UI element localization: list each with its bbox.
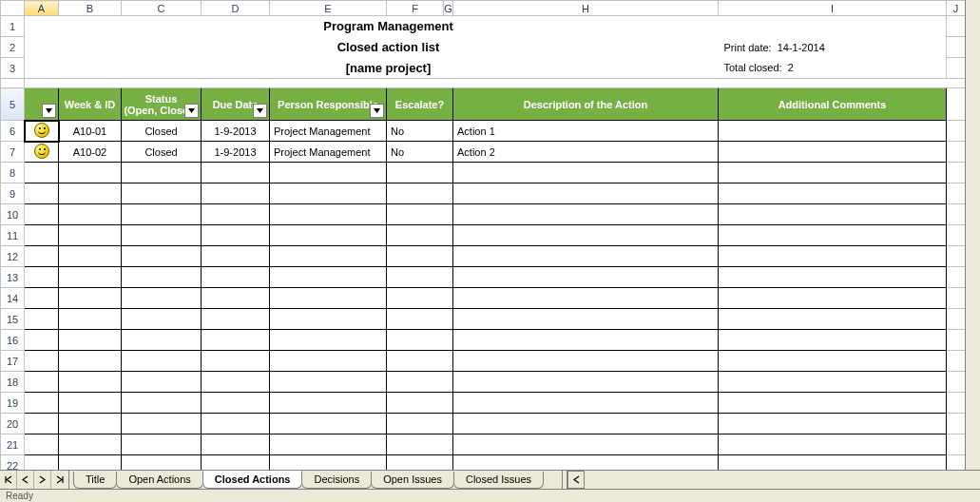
sheet-tab[interactable]: Open Issues bbox=[371, 472, 454, 489]
header-comments[interactable]: Additional Comments bbox=[719, 88, 947, 121]
blank-cell[interactable] bbox=[270, 204, 387, 225]
blank-cell[interactable] bbox=[719, 204, 947, 225]
blank-cell[interactable] bbox=[453, 204, 719, 225]
blank-cell[interactable] bbox=[202, 246, 270, 267]
blank-cell[interactable] bbox=[59, 288, 122, 309]
blank-cell[interactable] bbox=[202, 330, 270, 351]
cell-description[interactable]: Action 1 bbox=[453, 121, 719, 142]
grid[interactable]: A B C D E F G H I J 1 Program Management… bbox=[0, 0, 966, 476]
blank-cell[interactable] bbox=[387, 414, 453, 434]
blank-cell[interactable] bbox=[387, 246, 453, 267]
blank-cell[interactable] bbox=[719, 183, 947, 204]
blank-cell[interactable] bbox=[453, 267, 719, 288]
blank-cell[interactable] bbox=[25, 225, 59, 246]
blank-cell[interactable] bbox=[25, 351, 59, 372]
sheet-tab[interactable]: Decisions bbox=[301, 472, 372, 489]
blank-cell[interactable] bbox=[25, 434, 59, 455]
cell-description[interactable]: Action 2 bbox=[453, 142, 719, 163]
row-head-6[interactable]: 6 bbox=[1, 121, 25, 142]
blank-cell[interactable] bbox=[719, 246, 947, 267]
blank-cell[interactable] bbox=[453, 330, 719, 351]
header-due-date[interactable]: Due Date bbox=[202, 88, 270, 121]
col-head-H[interactable]: H bbox=[453, 1, 719, 16]
status-icon-cell[interactable] bbox=[25, 121, 59, 142]
blank-cell[interactable] bbox=[25, 183, 59, 204]
row-head-2[interactable]: 2 bbox=[1, 37, 25, 58]
cell-escalate[interactable]: No bbox=[387, 142, 453, 163]
blank-cell[interactable] bbox=[25, 163, 59, 183]
row-head-20[interactable]: 20 bbox=[1, 414, 25, 434]
blank-cell[interactable] bbox=[270, 309, 387, 330]
col-head-A[interactable]: A bbox=[25, 1, 59, 16]
blank-cell[interactable] bbox=[719, 267, 947, 288]
blank-cell[interactable] bbox=[59, 351, 122, 372]
blank-cell[interactable] bbox=[719, 288, 947, 309]
blank-cell[interactable] bbox=[453, 309, 719, 330]
blank-cell[interactable] bbox=[25, 414, 59, 434]
blank-cell[interactable] bbox=[453, 163, 719, 183]
blank-cell[interactable] bbox=[122, 204, 202, 225]
blank-cell[interactable] bbox=[270, 372, 387, 393]
blank-cell[interactable] bbox=[719, 163, 947, 183]
blank-cell[interactable] bbox=[59, 246, 122, 267]
col-head-E[interactable]: E bbox=[270, 1, 387, 16]
header-week-id[interactable]: Week & ID bbox=[59, 88, 122, 121]
blank-cell[interactable] bbox=[387, 393, 453, 414]
blank-cell[interactable] bbox=[59, 330, 122, 351]
blank-cell[interactable] bbox=[270, 267, 387, 288]
blank-cell[interactable] bbox=[25, 288, 59, 309]
blank-cell[interactable] bbox=[270, 414, 387, 434]
filter-button-due-date[interactable] bbox=[253, 104, 267, 118]
vertical-scrollbar[interactable] bbox=[965, 0, 980, 470]
blank-cell[interactable] bbox=[387, 351, 453, 372]
header-person[interactable]: Person Responsible bbox=[270, 88, 387, 121]
blank-cell[interactable] bbox=[270, 330, 387, 351]
tab-nav-prev[interactable] bbox=[17, 471, 34, 489]
blank-cell[interactable] bbox=[387, 372, 453, 393]
sheet-tab[interactable]: Open Actions bbox=[116, 472, 202, 489]
filter-button-icon-col[interactable] bbox=[42, 104, 56, 118]
blank-cell[interactable] bbox=[270, 393, 387, 414]
blank-cell[interactable] bbox=[453, 288, 719, 309]
blank-cell[interactable] bbox=[202, 267, 270, 288]
cell-person[interactable]: Project Management bbox=[270, 121, 387, 142]
col-head-D[interactable]: D bbox=[202, 1, 270, 16]
blank-cell[interactable] bbox=[202, 163, 270, 183]
blank-cell[interactable] bbox=[59, 267, 122, 288]
cell-person[interactable]: Project Management bbox=[270, 142, 387, 163]
blank-cell[interactable] bbox=[122, 246, 202, 267]
tab-nav-first[interactable] bbox=[0, 471, 17, 489]
blank-cell[interactable] bbox=[25, 267, 59, 288]
blank-cell[interactable] bbox=[453, 434, 719, 455]
blank-cell[interactable] bbox=[270, 183, 387, 204]
row-head-19[interactable]: 19 bbox=[1, 393, 25, 414]
row-head-3[interactable]: 3 bbox=[1, 58, 25, 79]
blank-cell[interactable] bbox=[202, 372, 270, 393]
blank-cell[interactable] bbox=[387, 225, 453, 246]
col-head-B[interactable]: B bbox=[59, 1, 122, 16]
cell-week-id[interactable]: A10-02 bbox=[59, 142, 122, 163]
blank-cell[interactable] bbox=[453, 372, 719, 393]
col-head-J[interactable]: J bbox=[947, 1, 966, 16]
cell-due-date[interactable]: 1-9-2013 bbox=[202, 121, 270, 142]
blank-cell[interactable] bbox=[387, 267, 453, 288]
blank-cell[interactable] bbox=[719, 393, 947, 414]
row-head-7[interactable]: 7 bbox=[1, 142, 25, 163]
blank-cell[interactable] bbox=[719, 330, 947, 351]
blank-cell[interactable] bbox=[59, 414, 122, 434]
blank-cell[interactable] bbox=[122, 183, 202, 204]
blank-cell[interactable] bbox=[719, 414, 947, 434]
cell-comments[interactable] bbox=[719, 121, 947, 142]
row-head-16[interactable]: 16 bbox=[1, 330, 25, 351]
blank-cell[interactable] bbox=[25, 330, 59, 351]
row-head-10[interactable]: 10 bbox=[1, 204, 25, 225]
blank-cell[interactable] bbox=[122, 393, 202, 414]
sheet-tab[interactable]: Title bbox=[73, 472, 117, 489]
filter-button-person[interactable] bbox=[370, 104, 384, 118]
blank-cell[interactable] bbox=[719, 309, 947, 330]
status-icon-cell[interactable] bbox=[25, 142, 59, 163]
row-head-9[interactable]: 9 bbox=[1, 183, 25, 204]
col-head-F[interactable]: F bbox=[387, 1, 444, 16]
blank-cell[interactable] bbox=[270, 246, 387, 267]
cell-week-id[interactable]: A10-01 bbox=[59, 121, 122, 142]
